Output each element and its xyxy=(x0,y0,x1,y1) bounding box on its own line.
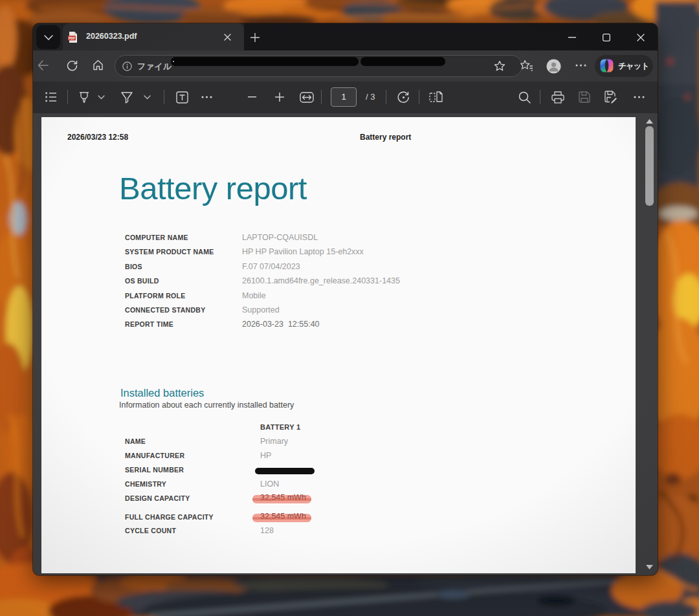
svg-text:PDF: PDF xyxy=(69,36,75,40)
